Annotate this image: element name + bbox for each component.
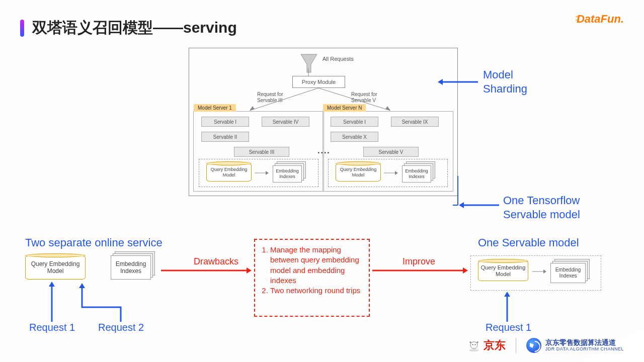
- logo-text: ataFun.: [585, 13, 624, 25]
- drawbacks-label: Drawbacks: [194, 256, 238, 267]
- title-text: 双塔语义召回模型——serving: [32, 18, 237, 38]
- svg-marker-10: [438, 79, 443, 85]
- all-requests-label: All Requests: [323, 56, 354, 62]
- arrow-up-icon: [503, 292, 511, 322]
- svg-marker-25: [504, 292, 510, 297]
- query-embedding-model-icon: Query Embedding Model: [206, 163, 252, 182]
- servable-box: Servable IX: [391, 117, 439, 127]
- proxy-module-box: Proxy Module: [292, 76, 345, 88]
- servable-box: Servable IV: [262, 117, 309, 127]
- request-1-label: Request 1: [486, 322, 531, 333]
- drawbacks-arrow-icon: [161, 266, 252, 275]
- two-separate-label: Two separate online service: [25, 236, 163, 249]
- servable-box: Servable X: [331, 132, 378, 142]
- jd-text: 京东: [484, 338, 506, 353]
- svg-marker-19: [247, 267, 252, 274]
- model-server-n-title: Model Server N: [323, 104, 366, 112]
- footer: 京东 京东零售数据算法通道 JDR DATA ALGORITHM CHANNEL: [467, 338, 624, 353]
- funnel-icon: [300, 53, 318, 73]
- one-servable-group: Query Embedding Model Embedding Indexes: [470, 255, 601, 291]
- arrow-up-icon: [48, 282, 56, 322]
- model-sharding-label: Model Sharding: [483, 68, 527, 96]
- jdr-english: JDR DATA ALGORITHM CHANNEL: [545, 347, 624, 352]
- architecture-diagram: All Requests Proxy Module Request for Se…: [189, 48, 458, 196]
- model-server-1-title: Model Server 1: [194, 104, 236, 112]
- jd-dog-icon: [467, 339, 480, 352]
- query-embedding-model-icon: Query Embedding Model: [336, 163, 381, 182]
- title-accent-icon: [20, 20, 24, 37]
- bracket-arrow-icon: [78, 283, 123, 322]
- servable-box: Servable I: [201, 117, 249, 127]
- servable-box: Servable II: [201, 132, 249, 142]
- svg-point-28: [474, 344, 475, 345]
- one-servable-label: One Servable model: [478, 236, 579, 249]
- query-embedding-model-icon: Query Embedding Model: [25, 255, 86, 280]
- svg-point-26: [469, 349, 479, 351]
- request-2-label: Request 2: [98, 322, 144, 333]
- connector-line: [453, 176, 463, 206]
- inner-servable-box: Query Embedding Model Embedding Indexes: [328, 159, 448, 187]
- svg-marker-8: [395, 171, 398, 175]
- svg-marker-23: [543, 269, 546, 274]
- jdr-logo: 京东零售数据算法通道 JDR DATA ALGORITHM CHANNEL: [526, 338, 624, 353]
- servable-box: Servable I: [331, 117, 378, 127]
- svg-marker-6: [266, 171, 269, 175]
- arrow-left-icon: [438, 78, 478, 86]
- one-tensorflow-label: One Tensorflow Servable model: [503, 194, 580, 221]
- slide-title: 双塔语义召回模型——serving: [20, 18, 237, 38]
- divider-icon: [516, 338, 516, 353]
- jdr-badge-icon: [526, 338, 541, 353]
- svg-line-1: [250, 88, 318, 111]
- servable-box: Servable V: [363, 147, 419, 157]
- drawback-item: Manage the mapping between query embeddi…: [270, 245, 363, 286]
- arrow-left-icon: [459, 201, 499, 209]
- inner-servable-box: Query Embedding Model Embedding Indexes: [199, 159, 318, 187]
- model-server-1: Model Server 1 Servable I Servable IV Se…: [193, 111, 324, 192]
- jd-logo: 京东: [467, 338, 506, 353]
- improve-arrow-icon: [372, 266, 468, 275]
- improve-label: Improve: [403, 256, 435, 267]
- drawback-item: Two networking round trips: [270, 286, 363, 296]
- jdr-chinese: 京东零售数据算法通道: [545, 339, 624, 346]
- query-embedding-model-icon: Query Embedding Model: [478, 261, 528, 281]
- servable-box: Servable III: [234, 147, 289, 157]
- svg-marker-17: [79, 283, 85, 288]
- svg-marker-21: [463, 267, 468, 274]
- svg-point-27: [472, 344, 473, 345]
- drawbacks-box: Manage the mapping between query embeddi…: [254, 239, 370, 317]
- request-1-label: Request 1: [29, 322, 75, 333]
- datafun-logo: ::::DataFun.: [575, 13, 624, 26]
- svg-marker-16: [49, 282, 55, 287]
- model-server-n: Model Server N Servable I Servable IX Se…: [323, 111, 453, 192]
